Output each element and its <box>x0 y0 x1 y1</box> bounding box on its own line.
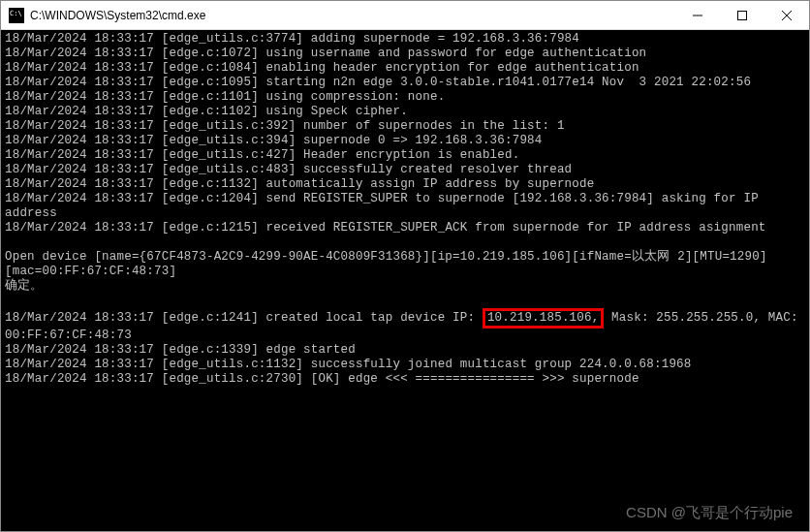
log-line: 18/Mar/2024 18:33:17 [edge_utils.c:3774]… <box>5 32 579 46</box>
titlebar[interactable]: C:\WINDOWS\System32\cmd.exe <box>1 1 809 30</box>
open-device-line: Open device [name={67CF4873-A2C9-4299-90… <box>5 250 767 278</box>
log-line: 18/Mar/2024 18:33:17 [edge.c:1132] autom… <box>5 177 594 191</box>
log-line: 18/Mar/2024 18:33:17 [edge.c:1215] recei… <box>5 221 766 235</box>
log-line: 18/Mar/2024 18:33:17 [edge.c:1339] edge … <box>5 343 356 357</box>
log-line: 18/Mar/2024 18:33:17 [edge.c:1101] using… <box>5 90 445 104</box>
close-button[interactable] <box>764 1 809 30</box>
window-controls <box>675 1 809 30</box>
cmd-icon <box>9 8 24 23</box>
highlighted-ip: 10.219.185.106, <box>483 308 605 329</box>
log-line: 18/Mar/2024 18:33:17 [edge_utils.c:1132]… <box>5 358 692 371</box>
terminal-output[interactable]: 18/Mar/2024 18:33:17 [edge_utils.c:3774]… <box>1 30 809 531</box>
log-line: 18/Mar/2024 18:33:17 [edge_utils.c:427] … <box>5 148 519 162</box>
svg-rect-1 <box>738 12 747 20</box>
window-title: C:\WINDOWS\System32\cmd.exe <box>30 9 205 22</box>
log-line: 18/Mar/2024 18:33:17 [edge_utils.c:483] … <box>5 163 572 176</box>
log-line: 18/Mar/2024 18:33:17 [edge.c:1095] start… <box>5 76 751 89</box>
cmd-window: C:\WINDOWS\System32\cmd.exe 18/Mar/2024 … <box>0 0 810 532</box>
log-line: 18/Mar/2024 18:33:17 [edge.c:1102] using… <box>5 105 408 118</box>
ok-line: 确定。 <box>5 279 44 293</box>
log-line-created: 18/Mar/2024 18:33:17 [edge.c:1241] creat… <box>5 311 805 342</box>
minimize-button[interactable] <box>675 1 720 30</box>
log-line: 18/Mar/2024 18:33:17 [edge_utils.c:392] … <box>5 119 565 133</box>
log-line: 18/Mar/2024 18:33:17 [edge.c:1084] enabl… <box>5 61 639 75</box>
log-line: 18/Mar/2024 18:33:17 [edge.c:1204] send … <box>5 192 766 220</box>
log-line: 18/Mar/2024 18:33:17 [edge.c:1072] using… <box>5 47 646 60</box>
log-line: 18/Mar/2024 18:33:17 [edge_utils.c:2730]… <box>5 372 639 386</box>
log-line: 18/Mar/2024 18:33:17 [edge_utils.c:394] … <box>5 134 543 147</box>
maximize-button[interactable] <box>720 1 764 30</box>
